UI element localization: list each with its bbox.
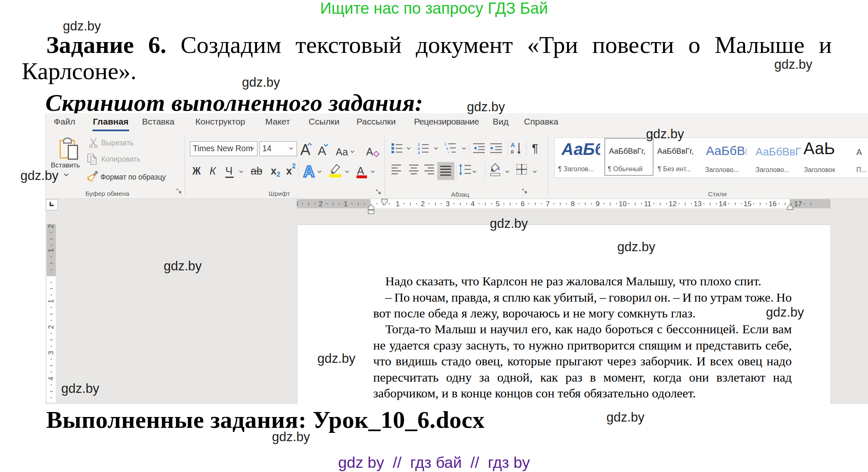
svg-text:10: 10 <box>619 200 627 208</box>
svg-text:6: 6 <box>521 200 524 208</box>
svg-text:1: 1 <box>344 200 347 208</box>
svg-text:1: 1 <box>418 142 420 147</box>
svg-text:1: 1 <box>47 248 55 252</box>
svg-text:я: я <box>511 148 514 155</box>
svg-text:2: 2 <box>319 200 322 208</box>
svg-text:2: 2 <box>418 147 420 151</box>
svg-text:3: 3 <box>47 351 55 355</box>
svg-text:13: 13 <box>694 200 702 208</box>
svg-text:3: 3 <box>297 200 298 208</box>
svg-text:1: 1 <box>444 142 446 146</box>
svg-text:1: 1 <box>396 200 399 208</box>
svg-text:16: 16 <box>769 200 777 208</box>
svg-text:5: 5 <box>496 200 499 208</box>
svg-text:7: 7 <box>546 200 549 208</box>
svg-text:3: 3 <box>418 151 420 155</box>
svg-text:a: a <box>446 146 448 150</box>
svg-text:3: 3 <box>446 200 449 208</box>
svg-text:2: 2 <box>421 200 424 208</box>
svg-text:12: 12 <box>669 200 677 208</box>
svg-text:2: 2 <box>47 224 55 228</box>
svg-text:i: i <box>448 150 449 155</box>
svg-text:11: 11 <box>644 200 651 208</box>
svg-text:17: 17 <box>794 200 802 208</box>
svg-text:2: 2 <box>47 325 55 329</box>
svg-text:9: 9 <box>596 200 599 208</box>
svg-text:4: 4 <box>471 200 474 208</box>
svg-text:4: 4 <box>47 377 55 380</box>
svg-text:14: 14 <box>719 200 727 208</box>
svg-text:А: А <box>511 142 515 148</box>
svg-text:1: 1 <box>47 299 55 303</box>
svg-text:15: 15 <box>744 200 752 208</box>
svg-text:8: 8 <box>571 200 574 208</box>
